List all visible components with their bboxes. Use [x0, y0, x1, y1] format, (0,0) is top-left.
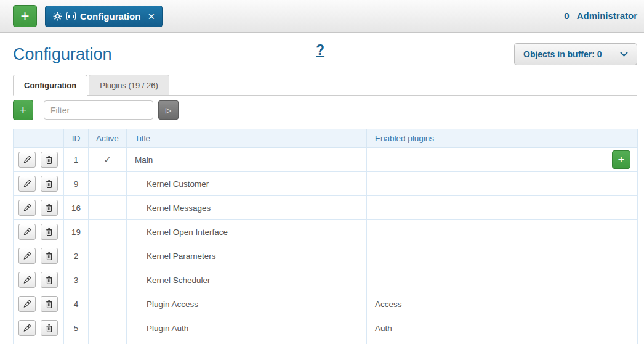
delete-button[interactable] — [41, 152, 58, 168]
edit-button[interactable] — [18, 296, 36, 312]
row-enabled-plugins — [367, 196, 605, 220]
delete-button[interactable] — [41, 296, 58, 312]
row-title: Kernel Parameters — [127, 244, 367, 268]
edit-button[interactable] — [18, 272, 36, 288]
notification-count-link[interactable]: 0 — [564, 10, 569, 22]
row-active-check: ✓ — [89, 148, 127, 172]
row-id: 16 — [64, 196, 89, 220]
grid-view-icon — [66, 12, 76, 20]
trash-icon — [45, 155, 54, 165]
row-actions-cell — [14, 148, 64, 172]
col-id: ID — [64, 129, 89, 148]
row-active-check — [89, 220, 127, 244]
row-actions-cell — [14, 244, 64, 268]
tab-plugins[interactable]: Plugins (19 / 26) — [89, 75, 169, 95]
row-id: 19 — [64, 220, 89, 244]
row-title: Plugin Access — [127, 292, 367, 316]
row-title: Kernel Open Interface — [127, 220, 367, 244]
row-title: Main — [127, 148, 367, 172]
row-add-cell — [605, 292, 638, 316]
row-active-check — [89, 268, 127, 292]
open-tab-configuration[interactable]: Configuration × — [45, 6, 163, 27]
col-title: Title — [127, 129, 367, 148]
pencil-icon — [23, 155, 31, 164]
tab-configuration[interactable]: Configuration — [13, 75, 87, 96]
delete-button[interactable] — [41, 200, 58, 216]
edit-button[interactable] — [18, 224, 36, 240]
edit-button[interactable] — [18, 152, 36, 168]
objects-in-buffer-label: Objects in buffer: 0 — [523, 49, 602, 59]
table-header-row: ID Active Title Enabled plugins — [14, 129, 638, 148]
trash-icon — [45, 227, 54, 237]
row-enabled-plugins — [367, 172, 605, 196]
trash-icon — [45, 252, 54, 261]
pencil-icon — [23, 179, 31, 188]
col-add — [605, 129, 638, 148]
row-add-button[interactable]: + — [612, 150, 630, 169]
config-table-body: 1 ✓ Main + — [14, 148, 638, 344]
row-title: Plugin Auth — [127, 316, 367, 340]
pencil-icon — [23, 300, 31, 308]
gear-icon — [53, 12, 62, 21]
edit-button[interactable] — [18, 200, 36, 216]
page-title: Configuration — [13, 45, 112, 64]
close-tab-icon[interactable]: × — [148, 10, 155, 22]
row-title — [127, 340, 367, 344]
table-row: 3 Kernel Scheduler — [14, 268, 638, 292]
user-name-link[interactable]: Administrator — [577, 10, 637, 22]
trash-icon — [45, 300, 54, 309]
row-actions-cell — [14, 340, 64, 344]
row-title: Kernel Messages — [127, 196, 367, 220]
pencil-icon — [23, 252, 31, 260]
page-header: Configuration ? Objects in buffer: 0 — [13, 41, 637, 68]
objects-in-buffer-dropdown[interactable]: Objects in buffer: 0 — [514, 43, 637, 65]
row-actions-cell — [14, 220, 64, 244]
play-icon: ▷ — [166, 106, 171, 115]
row-actions-cell — [14, 316, 64, 340]
trash-icon — [45, 203, 54, 213]
delete-button[interactable] — [41, 248, 58, 264]
row-add-cell — [605, 172, 638, 196]
delete-button[interactable] — [41, 320, 58, 336]
table-row: 2 Kernel Parameters — [14, 244, 638, 268]
row-enabled-plugins — [367, 244, 605, 268]
edit-button[interactable] — [18, 176, 36, 192]
row-enabled-plugins: Access — [367, 292, 605, 316]
row-add-cell — [605, 196, 638, 220]
edit-button[interactable] — [18, 248, 36, 264]
row-add-cell — [605, 268, 638, 292]
row-id: 2 — [64, 244, 89, 268]
edit-button[interactable] — [18, 320, 36, 336]
filter-input[interactable] — [44, 100, 153, 120]
row-id: 5 — [64, 316, 89, 340]
delete-button[interactable] — [41, 224, 58, 240]
row-enabled-plugins — [367, 220, 605, 244]
row-add-cell — [605, 244, 638, 268]
row-enabled-plugins — [367, 148, 605, 172]
row-title: Kernel Customer — [127, 172, 367, 196]
row-id: 3 — [64, 268, 89, 292]
new-object-button[interactable]: + — [13, 5, 37, 27]
row-active-check — [89, 340, 127, 344]
table-row: 9 Kernel Customer — [14, 172, 638, 196]
delete-button[interactable] — [41, 272, 58, 288]
row-actions-cell — [14, 268, 64, 292]
row-id: 4 — [64, 292, 89, 316]
trash-icon — [45, 276, 54, 285]
user-area: 0 Administrator — [564, 10, 637, 22]
row-actions-cell — [14, 172, 64, 196]
table-row: 4 Plugin Access Access — [14, 292, 638, 316]
row-add-cell — [605, 340, 638, 344]
table-row: 19 Kernel Open Interface — [14, 220, 638, 244]
col-active: Active — [89, 129, 127, 148]
row-id: 1 — [64, 148, 89, 172]
row-active-check — [89, 196, 127, 220]
row-active-check — [89, 316, 127, 340]
help-link[interactable]: ? — [316, 42, 324, 59]
row-add-cell — [605, 220, 638, 244]
row-active-check — [89, 292, 127, 316]
add-config-button[interactable]: + — [13, 100, 33, 120]
col-enabled-plugins: Enabled plugins — [367, 129, 605, 148]
apply-filter-button[interactable]: ▷ — [158, 100, 179, 120]
delete-button[interactable] — [41, 176, 58, 192]
